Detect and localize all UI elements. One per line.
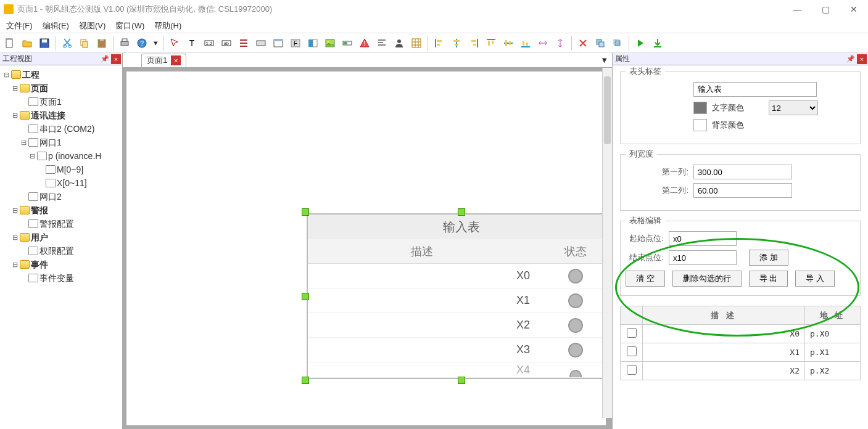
canvas-scrollbar-v[interactable]: [602, 68, 612, 418]
tree-conn[interactable]: ⊟通讯连接: [2, 108, 120, 122]
paste-icon[interactable]: [94, 36, 109, 51]
minimize-button[interactable]: ―: [783, 0, 811, 18]
button-icon[interactable]: [254, 36, 268, 51]
tree-root[interactable]: ⊟工程: [2, 68, 120, 81]
import-button[interactable]: 导 入: [795, 271, 835, 287]
tree-m[interactable]: M[0~9]: [2, 163, 120, 176]
align-right-icon[interactable]: [466, 36, 481, 51]
run-icon[interactable]: [633, 36, 648, 51]
row-check[interactable]: [627, 328, 637, 338]
page-surface[interactable]: 输入表 描述 状态 X0 X1 X2 X3 X4: [126, 72, 606, 425]
color-icon[interactable]: [305, 36, 320, 51]
pointer-icon[interactable]: [167, 36, 182, 51]
menu-file[interactable]: 文件(F): [6, 20, 33, 31]
table-row[interactable]: X0p.X0: [621, 325, 861, 343]
same-height-icon[interactable]: [553, 36, 568, 51]
panel-icon[interactable]: [271, 36, 286, 51]
menu-view[interactable]: 视图(V): [79, 20, 105, 31]
close-panel-icon[interactable]: ×: [111, 54, 121, 64]
help-icon[interactable]: ?: [134, 36, 149, 51]
col1-label: 第一列:: [626, 166, 693, 178]
new-icon[interactable]: [2, 36, 17, 51]
list-icon[interactable]: [236, 36, 251, 51]
input-table-widget[interactable]: 输入表 描述 状态 X0 X1 X2 X3 X4: [305, 212, 612, 380]
tree-pinov[interactable]: ⊟p (inovance.H: [2, 149, 120, 163]
tree-perm[interactable]: 权限配置: [2, 244, 120, 258]
col1-input[interactable]: [693, 165, 792, 179]
cut-icon[interactable]: [60, 36, 75, 51]
pin-icon[interactable]: 📌: [100, 54, 110, 64]
dropdown-icon[interactable]: ▾: [152, 36, 159, 51]
tree-page1[interactable]: 页面1: [2, 95, 120, 108]
svg-rect-33: [437, 44, 440, 46]
end-bit-input[interactable]: [669, 250, 737, 265]
download-icon[interactable]: [650, 36, 665, 51]
text-color-swatch[interactable]: [693, 102, 707, 114]
tab-dropdown-icon[interactable]: ▼: [600, 55, 608, 65]
resize-handle[interactable]: [302, 208, 309, 216]
resize-handle[interactable]: [458, 208, 465, 216]
tree-net1[interactable]: ⊟网口1: [2, 136, 120, 149]
text-icon[interactable]: T: [184, 36, 199, 51]
svg-rect-2: [42, 39, 47, 43]
tree-x[interactable]: X[0~11]: [2, 176, 120, 190]
table-row[interactable]: X1p.X1: [621, 343, 861, 362]
row-check[interactable]: [627, 346, 637, 356]
add-button[interactable]: 添 加: [749, 250, 788, 266]
bring-front-icon[interactable]: [610, 36, 625, 51]
font-icon[interactable]: F: [288, 36, 303, 51]
image-icon[interactable]: [323, 36, 337, 51]
label-icon[interactable]: ab: [219, 36, 234, 51]
delete-icon[interactable]: [576, 36, 590, 51]
tree-alarmcfg[interactable]: 警报配置: [2, 217, 120, 231]
align-top-icon[interactable]: [484, 36, 498, 51]
resize-handle[interactable]: [302, 377, 309, 384]
export-button[interactable]: 导 出: [749, 271, 788, 287]
menu-edit[interactable]: 编辑(E): [43, 20, 69, 31]
open-icon[interactable]: [20, 36, 35, 51]
svg-text:!: !: [364, 40, 366, 47]
font-size-select[interactable]: 12: [769, 100, 818, 115]
copy-icon[interactable]: [77, 36, 92, 51]
tree-user[interactable]: ⊟用户: [2, 231, 120, 244]
resize-handle[interactable]: [302, 293, 309, 300]
delete-selected-button[interactable]: 删除勾选的行: [672, 271, 742, 287]
clear-button[interactable]: 清 空: [626, 271, 665, 287]
warning-icon[interactable]: !: [357, 36, 372, 51]
close-tab-icon[interactable]: ×: [171, 55, 181, 65]
tree-net2[interactable]: 网口2: [2, 190, 120, 203]
save-icon[interactable]: [37, 36, 52, 51]
progress-icon[interactable]: [340, 36, 355, 51]
table-row[interactable]: X2p.X2: [621, 362, 861, 380]
align-text-icon[interactable]: [374, 36, 389, 51]
resize-handle[interactable]: [458, 377, 465, 384]
align-bottom-icon[interactable]: [518, 36, 533, 51]
duplicate-icon[interactable]: [593, 36, 608, 51]
align-middle-icon[interactable]: [501, 36, 516, 51]
close-panel-icon[interactable]: ×: [857, 54, 867, 64]
maximize-button[interactable]: ▢: [811, 0, 840, 18]
menu-help[interactable]: 帮助(H): [154, 20, 181, 31]
tree-page[interactable]: ⊟页面: [2, 81, 120, 95]
row-check[interactable]: [627, 365, 637, 375]
bg-color-swatch[interactable]: [693, 119, 707, 131]
align-center-h-icon[interactable]: [449, 36, 464, 51]
tree-com2[interactable]: 串口2 (COM2): [2, 122, 120, 136]
menu-window[interactable]: 窗口(W): [115, 20, 144, 31]
start-bit-input[interactable]: [669, 231, 737, 246]
tree-eventvar[interactable]: 事件变量: [2, 271, 120, 285]
title-input[interactable]: [693, 82, 817, 97]
print-icon[interactable]: [117, 36, 132, 51]
col2-input[interactable]: [693, 183, 792, 198]
align-left-icon[interactable]: [432, 36, 447, 51]
grid-icon[interactable]: [409, 36, 424, 51]
user-icon[interactable]: [392, 36, 407, 51]
pin-icon[interactable]: 📌: [846, 54, 856, 64]
tab-page1[interactable]: 页面1 ×: [141, 54, 186, 67]
close-button[interactable]: ✕: [840, 0, 868, 18]
tree-event[interactable]: ⊟事件: [2, 258, 120, 271]
same-width-icon[interactable]: [535, 36, 550, 51]
textbox-icon[interactable]: 1.2: [202, 36, 217, 51]
svg-rect-41: [509, 41, 511, 45]
tree-alarm[interactable]: ⊟警报: [2, 203, 120, 217]
